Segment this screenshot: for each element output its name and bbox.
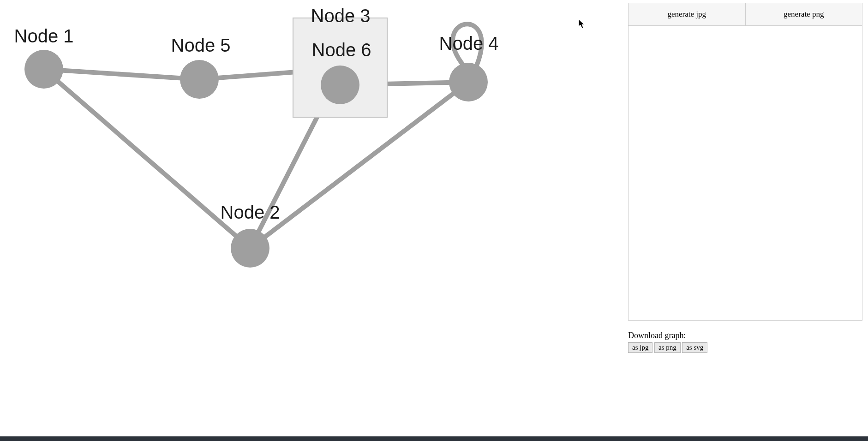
node-n4[interactable] [449,63,488,101]
edge-n1-n5[interactable] [44,69,199,79]
tab-row: generate jpg generate png [628,3,862,25]
output-box[interactable] [628,25,862,321]
app-root: Node 1Node 5Node 3Node 6Node 4Node 2 gen… [0,0,868,441]
edge-n3-n2[interactable] [250,117,317,248]
node-label-n1: Node 1 [14,26,74,46]
tab-generate-jpg[interactable]: generate jpg [629,3,746,25]
node-n2[interactable] [231,229,269,268]
graph-canvas[interactable]: Node 1Node 5Node 3Node 6Node 4Node 2 [0,0,628,441]
nodes-layer [24,18,488,268]
node-label-n6: Node 6 [312,40,371,60]
download-section: Download graph: as jpg as png as svg [628,331,862,353]
download-svg-button[interactable]: as svg [682,342,707,353]
node-label-n3: Node 3 [311,6,371,26]
edge-n1-n2[interactable] [44,69,250,248]
graph-svg[interactable]: Node 1Node 5Node 3Node 6Node 4Node 2 [0,0,628,355]
side-panel: generate jpg generate png Download graph… [628,0,868,441]
node-label-n4: Node 4 [439,33,499,54]
download-label: Download graph: [628,331,862,340]
footer-bar [0,436,868,441]
download-buttons: as jpg as png as svg [628,342,862,353]
node-label-n2: Node 2 [221,202,280,222]
download-jpg-button[interactable]: as jpg [628,342,652,353]
node-n1[interactable] [24,50,63,89]
node-n5[interactable] [180,60,219,99]
node-n6[interactable] [321,66,359,104]
node-label-n5: Node 5 [171,35,231,55]
tab-generate-png[interactable]: generate png [746,3,862,25]
download-png-button[interactable]: as png [654,342,681,353]
